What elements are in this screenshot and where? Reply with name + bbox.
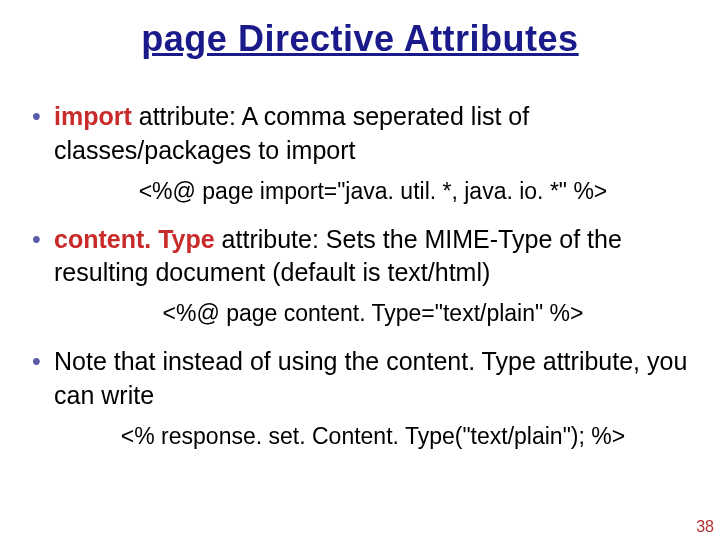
attribute-name: import [54,102,132,130]
bullet-list: import attribute: A comma seperated list… [28,100,692,452]
bullet-item: content. Type attribute: Sets the MIME-T… [28,223,692,330]
code-snippet: <%@ page content. Type="text/plain" %> [54,298,692,329]
code-snippet: <% response. set. Content. Type("text/pl… [54,421,692,452]
slide-title: page Directive Attributes [28,18,692,60]
bullet-item: import attribute: A comma seperated list… [28,100,692,207]
code-snippet: <%@ page import="java. util. *, java. io… [54,176,692,207]
slide: page Directive Attributes import attribu… [0,0,720,540]
bullet-text: Note that instead of using the content. … [54,347,687,409]
bullet-item: Note that instead of using the content. … [28,345,692,452]
page-number: 38 [696,518,714,536]
attribute-name: content. Type [54,225,215,253]
